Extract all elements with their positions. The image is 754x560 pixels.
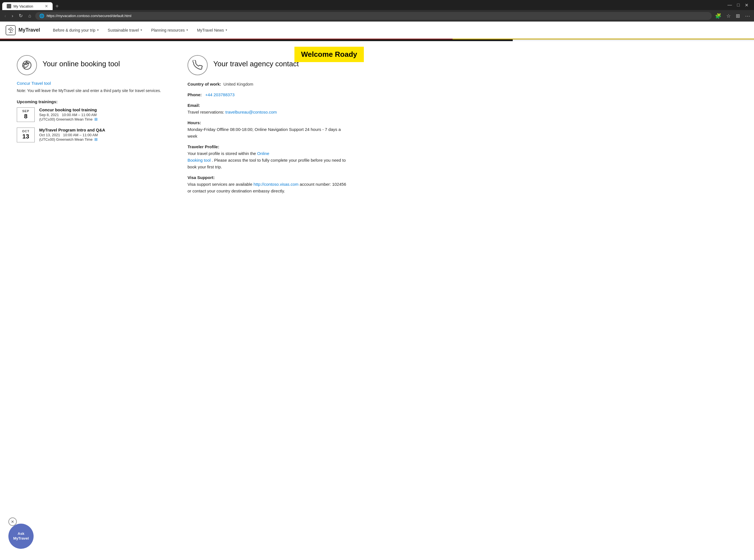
collections-icon[interactable]: ⊞ <box>735 12 741 20</box>
booking-icon-circle <box>17 55 37 75</box>
booking-note: Note: You will leave the MyTravel site a… <box>17 88 176 94</box>
chat-label-line1: Ask <box>18 532 24 536</box>
country-of-work-row: Country of work: United Kingdom <box>188 81 347 87</box>
logo-text: MyTravel <box>18 27 40 33</box>
maximize-button[interactable]: □ <box>737 2 740 8</box>
country-label: Country of work: <box>188 82 221 86</box>
toolbar-actions: 🧩 ☆ ⊞ ⋯ <box>714 12 751 20</box>
back-button[interactable]: ‹ <box>3 12 8 20</box>
phone-label: Phone: <box>188 92 202 97</box>
agency-section-title: Your travel agency contact <box>213 55 298 68</box>
country-value: United Kingdom <box>222 82 253 86</box>
browser-tab-active[interactable]: My Vacation ✕ <box>2 2 53 10</box>
agency-icon-circle <box>188 55 208 75</box>
chevron-down-icon: ▾ <box>140 28 142 32</box>
browser-toolbar: ‹ › ↻ ⌂ 🌐 🧩 ☆ ⊞ ⋯ <box>0 10 754 22</box>
chat-close-button[interactable]: ✕ <box>8 518 17 526</box>
nav-item-before-during[interactable]: Before & during your trip ▾ <box>49 22 103 39</box>
agency-section: Your travel agency contact Country of wo… <box>188 55 347 198</box>
phone-link[interactable]: +44 203788373 <box>205 92 234 97</box>
visa-support-text1: Visa support services are available <box>188 182 254 186</box>
concur-travel-link[interactable]: Concur Travel tool <box>17 81 51 86</box>
event-2-details: MyTravel Program Intro and Q&A Oct 13, 2… <box>39 127 105 142</box>
favorites-icon[interactable]: ☆ <box>725 12 732 20</box>
main-content: Welcome Roady Your online booking too <box>0 41 364 209</box>
window-controls: — □ ✕ <box>728 2 752 10</box>
nav-item-sustainable[interactable]: Sustainable travel ▾ <box>103 22 147 39</box>
event-1-date-box: SEP 8 <box>17 107 35 122</box>
chevron-down-icon: ▾ <box>97 28 99 32</box>
tab-title: My Vacation <box>14 4 33 8</box>
add-to-calendar-icon-2[interactable]: ⊞ <box>94 137 98 142</box>
address-bar[interactable]: 🌐 <box>35 12 712 20</box>
nav-item-news[interactable]: MyTravel News ▾ <box>193 22 232 39</box>
welcome-badge: Welcome Roady <box>294 47 364 62</box>
event-2-month: OCT <box>19 129 32 133</box>
event-item-1: SEP 8 Concur booking tool training Sep 8… <box>17 107 176 122</box>
visa-support-row: Visa Support: Visa support services are … <box>188 174 347 194</box>
chat-label-line2: MyTravel <box>13 536 29 541</box>
booking-section-body: Concur Travel tool Note: You will leave … <box>17 81 176 142</box>
phone-row: Phone: +44 203788373 <box>188 92 347 98</box>
event-1-title: Concur booking tool training <box>39 107 98 112</box>
event-1-time: Sep 8, 2021 10:00 AM – 11:00 AM <box>39 113 98 117</box>
page-wrapper: MyTravel Before & during your trip ▾ Sus… <box>0 22 754 548</box>
event-1-day: 8 <box>19 113 32 120</box>
traveler-profile-text2: . Please access the tool to fully comple… <box>188 158 346 169</box>
browser-chrome: My Vacation ✕ + — □ ✕ ‹ › ↻ ⌂ 🌐 🧩 ☆ ⊞ ⋯ <box>0 0 754 22</box>
email-link[interactable]: travelbureau@contoso.com <box>225 109 277 114</box>
chevron-down-icon: ▾ <box>187 28 188 32</box>
email-desc: Travel reservations: <box>188 109 225 114</box>
email-label: Email: <box>188 103 200 108</box>
booking-section: Your online booking tool Concur Travel t… <box>17 55 176 198</box>
nav-label-planning: Planning resources <box>151 28 185 33</box>
tab-favicon <box>7 4 11 8</box>
add-to-calendar-icon-1[interactable]: ⊞ <box>94 117 98 121</box>
hours-label: Hours: <box>188 120 201 125</box>
hours-row: Hours: Monday-Friday Offline 08:00-18:00… <box>188 119 347 140</box>
chat-widget: ✕ Ask MyTravel <box>8 518 34 548</box>
agency-section-body: Country of work: United Kingdom Phone: +… <box>188 81 347 194</box>
event-2-timezone-text: (UTC±00) Greenwich Mean Time <box>39 137 93 142</box>
chat-bubble-button[interactable]: Ask MyTravel <box>8 524 34 548</box>
new-tab-button[interactable]: + <box>53 3 62 9</box>
email-row: Email: Travel reservations: travelbureau… <box>188 102 347 116</box>
visa-link[interactable]: http://contoso.visas.com <box>254 182 298 186</box>
url-input[interactable] <box>47 14 708 18</box>
traveler-profile-label: Traveler Profile: <box>188 144 219 149</box>
nav-item-planning[interactable]: Planning resources ▾ <box>147 22 193 39</box>
event-2-tz: (UTC±00) Greenwich Mean Time ⊞ <box>39 137 105 142</box>
traveler-profile-row: Traveler Profile: Your travel profile is… <box>188 143 347 171</box>
home-button[interactable]: ⌂ <box>26 12 33 20</box>
nav-label-news: MyTravel News <box>197 28 224 33</box>
close-button[interactable]: ✕ <box>745 2 748 8</box>
booking-section-title: Your online booking tool <box>42 55 120 68</box>
forward-button[interactable]: › <box>10 12 15 20</box>
nav-label-before-during: Before & during your trip <box>53 28 95 33</box>
event-2-title: MyTravel Program Intro and Q&A <box>39 127 105 132</box>
two-col-layout: Your online booking tool Concur Travel t… <box>17 55 347 198</box>
extensions-icon[interactable]: 🧩 <box>714 12 722 20</box>
event-2-time: Oct 13, 2021 10:00 AM – 11:00 AM <box>39 133 105 137</box>
more-options-icon[interactable]: ⋯ <box>744 12 751 20</box>
event-item-2: OCT 13 MyTravel Program Intro and Q&A Oc… <box>17 127 176 142</box>
traveler-profile-text1: Your travel profile is stored within the <box>188 151 257 156</box>
site-logo: MyTravel <box>6 25 40 35</box>
globe-icon: 🌐 <box>39 14 44 18</box>
event-1-timezone-text: (UTC±00) Greenwich Mean Time <box>39 117 93 121</box>
booking-section-header: Your online booking tool <box>17 55 176 75</box>
tab-close-button[interactable]: ✕ <box>45 4 48 8</box>
event-1-tz: (UTC±00) Greenwich Mean Time ⊞ <box>39 117 98 121</box>
minimize-button[interactable]: — <box>728 2 732 8</box>
event-2-day: 13 <box>19 133 32 140</box>
hours-value: Monday-Friday Offline 08:00-18:00; Onlin… <box>188 127 341 138</box>
event-2-date-box: OCT 13 <box>17 127 35 142</box>
browser-tab-bar: My Vacation ✕ + — □ ✕ <box>0 0 754 10</box>
event-1-details: Concur booking tool training Sep 8, 2021… <box>39 107 98 121</box>
visa-support-label: Visa Support: <box>188 175 215 180</box>
nav-items: Before & during your trip ▾ Sustainable … <box>49 22 232 39</box>
site-nav: MyTravel Before & during your trip ▾ Sus… <box>0 22 754 39</box>
event-1-month: SEP <box>19 109 32 113</box>
upcoming-trainings-label: Upcoming trainings: <box>17 99 176 104</box>
refresh-button[interactable]: ↻ <box>17 12 24 20</box>
